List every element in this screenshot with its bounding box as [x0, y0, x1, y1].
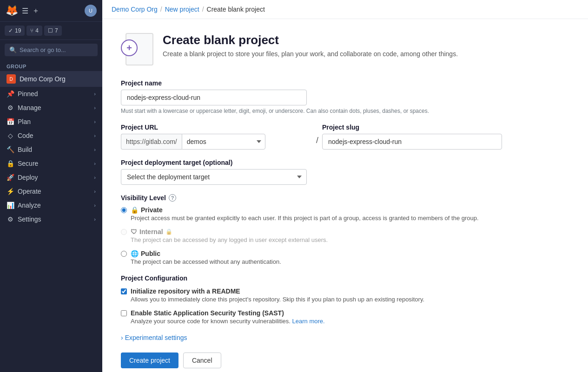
cancel-button[interactable]: Cancel [183, 352, 221, 368]
experimental-settings-link[interactable]: › Experimental settings [121, 334, 502, 341]
sidebar-toggle-button[interactable]: ☰ [22, 7, 28, 15]
sidebar-item-secure[interactable]: 🔒 Secure › [0, 157, 102, 170]
sidebar-item-operate-label: Operate [18, 188, 41, 195]
sidebar-item-plan-label: Plan [18, 118, 31, 125]
url-namespace-select[interactable]: demos [182, 134, 265, 150]
init-readme-checkbox[interactable] [121, 288, 127, 294]
search-icon: 🔍 [9, 46, 17, 53]
url-prefix: https://gitlab.com/ [121, 134, 182, 150]
deployment-select-wrap: Select the deployment target [121, 169, 307, 185]
chevron-right-icon: › [94, 91, 96, 97]
manage-icon: ⚙ [7, 104, 14, 111]
action-buttons: Create project Cancel [121, 352, 502, 368]
chevron-right-icon-code: › [94, 133, 96, 138]
project-url-label: Project URL [121, 124, 307, 131]
sidebar-item-deploy[interactable]: 🚀 Deploy › [0, 170, 102, 184]
visibility-internal-radio[interactable] [121, 229, 127, 235]
project-name-section: Project name Must start with a lowercase… [121, 79, 502, 114]
create-project-button[interactable]: Create project [121, 352, 178, 368]
page-icon-circle: + [121, 39, 138, 56]
sidebar-item-pinned[interactable]: 📌 Pinned › [0, 87, 102, 101]
visibility-private-desc: Project access must be granted explicitl… [131, 215, 479, 222]
visibility-title: Visibility Level ? [121, 194, 502, 202]
page-title-block: Create blank project Create a blank proj… [163, 33, 458, 58]
issues-icon: ☐ [48, 27, 53, 34]
sast-checkbox[interactable] [121, 310, 127, 316]
new-item-button[interactable]: ＋ [32, 6, 40, 16]
search-input[interactable]: 🔍 Search or go to... [5, 44, 98, 56]
avatar[interactable]: U [85, 5, 97, 17]
init-readme-option: Initialize repository with a README Allo… [121, 287, 502, 303]
chevron-right-icon-secure: › [94, 161, 96, 166]
slug-section: / Project slug [316, 124, 502, 150]
breadcrumb-current: Create blank project [207, 6, 265, 13]
visibility-internal-content: 🛡 Internal 🔒 The project can be accessed… [131, 228, 328, 243]
shield-icon: 🛡 [131, 228, 137, 235]
page-body: + Create blank project Create a blank pr… [102, 19, 521, 372]
project-slug-input[interactable] [322, 134, 502, 150]
issues-badge[interactable]: ☐ 7 [44, 26, 62, 36]
deployment-label: Project deployment target (optional) [121, 159, 502, 166]
chevron-right-icon-settings: › [94, 216, 96, 222]
sidebar-item-manage[interactable]: ⚙ Manage › [0, 101, 102, 115]
sidebar-item-analyze[interactable]: 📊 Analyze › [0, 198, 102, 212]
issues-count: 7 [55, 27, 58, 34]
sast-option: Enable Static Application Security Testi… [121, 309, 502, 325]
project-name-input[interactable] [121, 90, 307, 105]
sidebar-item-code[interactable]: ◇ Code › [0, 129, 102, 143]
visibility-help-icon[interactable]: ? [169, 194, 176, 202]
sast-desc: Analyze your source code for known secur… [131, 318, 325, 325]
internal-lock-icon: 🔒 [165, 228, 172, 235]
mr-badge[interactable]: ⑂ 4 [26, 26, 42, 36]
sidebar-item-operate[interactable]: ⚡ Operate › [0, 184, 102, 198]
page-header: + Create blank project Create a blank pr… [121, 33, 502, 65]
pinned-icon: 📌 [7, 90, 14, 98]
org-icon: D [7, 74, 16, 84]
chevron-right-icon-operate: › [94, 189, 96, 194]
settings-icon: ⚙ [7, 215, 14, 223]
sast-label[interactable]: Enable Static Application Security Testi… [131, 309, 284, 317]
sidebar-item-plan[interactable]: 📅 Plan › [0, 115, 102, 129]
breadcrumb-sep-1: / [160, 6, 162, 13]
page-icon: + [121, 33, 153, 65]
url-slug-row: Project URL https://gitlab.com/ demos / … [121, 124, 502, 150]
breadcrumb-org-link[interactable]: Demo Corp Org [112, 6, 158, 13]
config-title: Project Configuration [121, 274, 502, 282]
sidebar-item-build[interactable]: 🔨 Build › [0, 143, 102, 157]
page-title: Create blank project [163, 33, 458, 47]
sidebar-item-analyze-label: Analyze [18, 202, 41, 209]
sidebar-badges: ✓ 19 ⑂ 4 ☐ 7 [0, 22, 102, 40]
secure-icon: 🔒 [7, 160, 14, 167]
code-icon: ◇ [7, 132, 14, 139]
sidebar-item-settings[interactable]: ⚙ Settings › [0, 212, 102, 226]
todo-badge[interactable]: ✓ 19 [5, 26, 25, 36]
url-group: https://gitlab.com/ demos [121, 134, 307, 150]
init-readme-label[interactable]: Initialize repository with a README [131, 287, 240, 295]
breadcrumb-new-project-link[interactable]: New project [165, 6, 199, 13]
sast-learn-more-link[interactable]: Learn more. [292, 318, 325, 325]
lock-icon: 🔒 [131, 206, 139, 214]
visibility-internal-option: 🛡 Internal 🔒 The project can be accessed… [121, 228, 502, 243]
visibility-public-desc: The project can be accessed without any … [131, 258, 281, 265]
sidebar-item-org[interactable]: D Demo Corp Org [0, 71, 102, 87]
group-label: Group [0, 60, 102, 71]
deployment-section: Project deployment target (optional) Sel… [121, 159, 502, 185]
visibility-private-radio[interactable] [121, 207, 127, 213]
sidebar: 🦊 ☰ ＋ U ✓ 19 ⑂ 4 ☐ 7 🔍 Search or go to..… [0, 0, 102, 372]
deploy-icon: 🚀 [7, 174, 14, 181]
breadcrumb: Demo Corp Org / New project / Create bla… [102, 0, 588, 19]
deployment-select[interactable]: Select the deployment target [121, 169, 307, 185]
init-readme-desc: Allows you to immediately clone this pro… [131, 296, 424, 303]
chevron-right-icon-manage: › [94, 105, 96, 111]
sidebar-item-pinned-label: Pinned [18, 90, 38, 98]
project-slug-label: Project slug [322, 124, 502, 131]
mr-icon: ⑂ [30, 27, 33, 34]
sidebar-item-code-label: Code [18, 132, 33, 139]
project-name-hint: Must start with a lowercase or uppercase… [121, 108, 502, 114]
sidebar-item-deploy-label: Deploy [18, 174, 38, 181]
slug-input-wrap: Project slug [322, 124, 502, 150]
visibility-private-label: 🔒 Private [131, 206, 479, 214]
project-name-label: Project name [121, 79, 502, 87]
visibility-public-radio[interactable] [121, 251, 127, 257]
sidebar-item-settings-label: Settings [18, 215, 41, 223]
